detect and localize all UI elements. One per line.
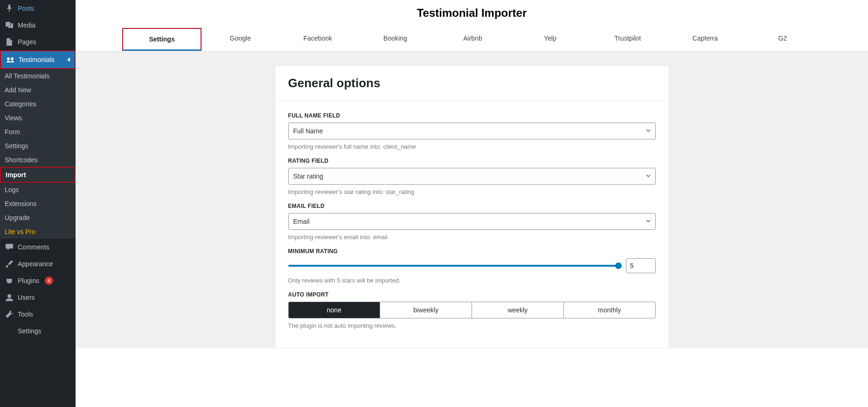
importer-tabs: Settings Google Facebook Booking Airbnb …: [76, 28, 868, 51]
field-auto-import: AUTO IMPORT none biweekly weekly monthly…: [288, 291, 656, 329]
media-icon: [5, 21, 14, 30]
min-rating-value: 5: [630, 262, 634, 269]
svg-point-1: [11, 57, 14, 60]
rating-helper: Importing reviewer's star rating into: s…: [288, 188, 656, 195]
auto-import-label: AUTO IMPORT: [288, 291, 656, 298]
comment-icon: [5, 242, 14, 252]
menu-label: Media: [18, 21, 35, 29]
svg-point-0: [7, 57, 10, 60]
auto-import-segmented: none biweekly weekly monthly: [288, 302, 656, 318]
email-select[interactable]: [288, 213, 656, 230]
menu-users[interactable]: Users: [0, 289, 76, 306]
tab-g2[interactable]: G2: [744, 28, 821, 51]
tab-trustpilot[interactable]: Trustpilot: [589, 28, 667, 51]
settings-icon: [5, 326, 14, 336]
menu-label: Pages: [18, 38, 36, 46]
menu-label: Users: [18, 294, 35, 301]
sub-views[interactable]: Views: [0, 111, 76, 125]
sub-lite-vs-pro[interactable]: Lite vs Pro: [0, 225, 76, 239]
menu-label: Posts: [18, 5, 34, 12]
sub-upgrade[interactable]: Upgrade: [0, 211, 76, 225]
pages-icon: [5, 37, 14, 47]
general-options-panel: General options FULL NAME FIELD Importin…: [275, 65, 669, 348]
sub-shortcodes[interactable]: Shortcodes: [0, 153, 76, 167]
menu-label: Appearance: [18, 260, 53, 268]
tab-settings[interactable]: Settings: [122, 28, 201, 51]
arrow-right-icon: [67, 57, 70, 62]
field-min-rating: MINIMUM RATING 5 Only reviews with 5 sta…: [288, 248, 656, 284]
field-rating: RATING FIELD Importing reviewer's star r…: [288, 158, 656, 195]
slider-thumb[interactable]: [615, 262, 622, 269]
sub-import[interactable]: Import: [0, 167, 76, 183]
menu-posts[interactable]: Posts: [0, 0, 76, 17]
seg-none[interactable]: none: [289, 302, 380, 318]
rating-label: RATING FIELD: [288, 158, 656, 164]
sub-form[interactable]: Form: [0, 125, 76, 139]
testimonials-icon: [6, 55, 15, 64]
page-title: Testimonial Importer: [76, 0, 868, 28]
min-rating-slider[interactable]: [288, 265, 618, 267]
menu-label: Comments: [18, 243, 49, 251]
panel-header: General options: [275, 66, 669, 101]
auto-import-helper: The plugin is not auto importing reviews…: [288, 322, 656, 329]
sub-logs[interactable]: Logs: [0, 183, 76, 197]
tab-google[interactable]: Google: [201, 28, 279, 51]
pin-icon: [5, 4, 14, 13]
menu-label: Plugins: [18, 277, 39, 284]
menu-pages[interactable]: Pages: [0, 34, 76, 50]
plug-icon: [5, 276, 14, 285]
full-name-select[interactable]: [288, 123, 656, 139]
sub-categories[interactable]: Categories: [0, 97, 76, 111]
menu-testimonials[interactable]: Testimonials: [0, 50, 76, 69]
plugins-badge: 4: [45, 276, 53, 285]
menu-tools[interactable]: Tools: [0, 306, 76, 323]
email-label: EMAIL FIELD: [288, 203, 656, 209]
sub-all-testimonials[interactable]: All Testimonials: [0, 69, 76, 83]
brush-icon: [5, 259, 14, 269]
svg-point-2: [7, 294, 11, 298]
admin-sidebar: Posts Media Pages Testimonials All Testi…: [0, 0, 76, 407]
menu-media[interactable]: Media: [0, 17, 76, 34]
tab-capterra[interactable]: Capterra: [667, 28, 744, 51]
sub-settings[interactable]: Settings: [0, 139, 76, 153]
wrench-icon: [5, 310, 14, 319]
tab-facebook[interactable]: Facebook: [279, 28, 356, 51]
field-full-name: FULL NAME FIELD Importing reviewer's ful…: [288, 112, 656, 150]
seg-biweekly[interactable]: biweekly: [380, 302, 472, 318]
user-icon: [5, 293, 14, 302]
full-name-label: FULL NAME FIELD: [288, 112, 656, 119]
testimonials-submenu: All Testimonials Add New Categories View…: [0, 69, 76, 239]
menu-appearance[interactable]: Appearance: [0, 255, 76, 272]
min-rating-helper: Only reviews with 5 stars will be import…: [288, 277, 656, 284]
menu-label: Tools: [18, 310, 33, 318]
min-rating-label: MINIMUM RATING: [288, 248, 656, 255]
rating-select[interactable]: [288, 168, 656, 185]
menu-plugins[interactable]: Plugins 4: [0, 272, 76, 289]
min-rating-value-box[interactable]: 5: [626, 258, 656, 273]
tab-booking[interactable]: Booking: [356, 28, 434, 51]
menu-comments[interactable]: Comments: [0, 239, 76, 255]
menu-label: Settings: [18, 327, 42, 335]
seg-weekly[interactable]: weekly: [472, 302, 563, 318]
main-content: Testimonial Importer Settings Google Fac…: [76, 0, 868, 407]
field-email: EMAIL FIELD Importing reviewer's email i…: [288, 203, 656, 241]
tab-airbnb[interactable]: Airbnb: [434, 28, 511, 51]
sub-add-new[interactable]: Add New: [0, 83, 76, 97]
tab-yelp[interactable]: Yelp: [512, 28, 589, 51]
seg-monthly[interactable]: monthly: [563, 302, 655, 318]
email-helper: Importing reviewer's email into: email: [288, 234, 656, 241]
menu-settings[interactable]: Settings: [0, 323, 76, 339]
full-name-helper: Importing reviewer's full name into: cli…: [288, 143, 656, 150]
menu-label: Testimonials: [19, 56, 55, 63]
sub-extensions[interactable]: Extensions: [0, 197, 76, 211]
